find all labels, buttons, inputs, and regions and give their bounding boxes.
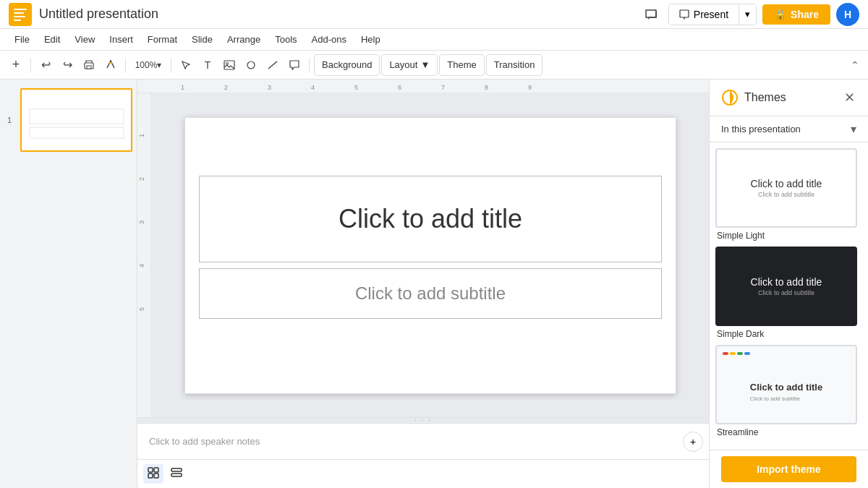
toolbar: + ↩ ↪ 100%▾ T Background Layout ▼ Theme … (0, 51, 868, 80)
svg-text:5: 5 (354, 84, 358, 91)
toolbar-sep-1 (30, 58, 31, 72)
menu-file[interactable]: File (9, 31, 35, 48)
layout-arrow: ▼ (420, 59, 430, 70)
present-button[interactable]: Present (668, 4, 739, 25)
menu-tools[interactable]: Tools (269, 31, 302, 48)
canvas-area: 12 34 56 78 9 1 2 3 4 (137, 80, 709, 488)
menu-addons[interactable]: Add-ons (306, 31, 352, 48)
theme-simple-light-title: Click to add title (751, 178, 822, 189)
menu-bar: File Edit View Insert Format Slide Arran… (0, 29, 868, 51)
layout-button[interactable]: Layout ▼ (381, 54, 438, 76)
zoom-button[interactable]: 100%▾ (130, 53, 166, 77)
svg-text:2: 2 (224, 84, 228, 91)
toolbar-right: ⌃ (848, 56, 862, 74)
notes-expand-button[interactable]: + (683, 432, 703, 452)
streamline-dot-yellow (730, 352, 736, 355)
menu-arrange[interactable]: Arrange (221, 31, 266, 48)
menu-help[interactable]: Help (355, 31, 386, 48)
svg-rect-36 (148, 474, 153, 478)
subtitle-placeholder[interactable]: Click to add subtitle (199, 268, 662, 319)
svg-text:9: 9 (528, 84, 532, 91)
import-theme-button[interactable]: Import theme (721, 456, 856, 482)
new-slide-button[interactable]: + (6, 53, 26, 77)
svg-text:3: 3 (268, 84, 271, 91)
list-view-button[interactable] (166, 464, 187, 484)
svg-rect-2 (14, 12, 24, 14)
present-dropdown-button[interactable]: ▾ (739, 4, 757, 25)
undo-button[interactable]: ↩ (35, 53, 56, 77)
collapse-toolbar-button[interactable]: ⌃ (848, 56, 862, 74)
svg-rect-1 (14, 9, 27, 10)
svg-rect-34 (148, 468, 153, 472)
svg-text:7: 7 (441, 84, 445, 91)
share-button[interactable]: 🔒 Share (762, 4, 830, 25)
svg-text:1: 1 (181, 84, 184, 91)
print-button[interactable] (79, 53, 99, 77)
menu-view[interactable]: View (69, 31, 101, 48)
slide-panel: 1 (0, 80, 137, 488)
svg-text:8: 8 (485, 84, 488, 91)
svg-rect-7 (87, 66, 91, 69)
paint-format-button[interactable] (101, 53, 121, 77)
document-title[interactable]: Untitled presentation (39, 7, 639, 22)
transition-button[interactable]: Transition (486, 54, 543, 76)
theme-simple-dark-subtitle: Click to add subtitle (751, 289, 822, 296)
svg-line-12 (268, 61, 277, 69)
slide-thumbnail-1[interactable]: 1 (20, 88, 131, 152)
svg-text:2: 2 (138, 177, 145, 181)
theme-thumb-simple-dark: Click to add title Click to add subtitle (715, 247, 857, 326)
ruler-left: 1 2 3 4 5 (137, 94, 152, 417)
theme-simple-light-name: Simple Light (715, 231, 862, 241)
svg-text:3: 3 (138, 221, 145, 224)
svg-rect-3 (14, 16, 25, 17)
themes-footer: Import theme (710, 450, 868, 488)
grid-view-button[interactable] (143, 464, 163, 484)
redo-button[interactable]: ↪ (57, 53, 77, 77)
comments-button[interactable] (639, 3, 663, 26)
menu-slide[interactable]: Slide (186, 31, 218, 48)
title-placeholder[interactable]: Click to add title (199, 176, 662, 262)
image-tool[interactable] (219, 53, 239, 77)
theme-item-simple-light[interactable]: Click to add title Click to add subtitle… (715, 148, 862, 241)
menu-format[interactable]: Format (142, 31, 183, 48)
themes-close-button[interactable]: ✕ (843, 88, 856, 107)
themes-icon (721, 89, 739, 106)
speaker-notes[interactable]: Click to add speaker notes + (137, 423, 709, 459)
theme-simple-dark-name: Simple Dark (715, 329, 862, 339)
themes-filter-label: In this presentation (721, 124, 851, 134)
user-avatar[interactable]: H (836, 3, 859, 26)
toolbar-sep-2 (125, 58, 126, 72)
resize-handle[interactable]: · · · (137, 417, 709, 423)
theme-streamline-name: Streamline (715, 427, 862, 437)
comment-tool[interactable] (284, 53, 305, 77)
theme-item-simple-dark[interactable]: Click to add title Click to add subtitle… (715, 247, 862, 339)
streamline-dot-green (737, 352, 743, 355)
svg-rect-38 (171, 468, 182, 471)
svg-point-10 (226, 62, 229, 64)
line-tool[interactable] (263, 53, 283, 77)
svg-rect-4 (14, 20, 21, 21)
title-bar: Untitled presentation Present ▾ 🔒 Share … (0, 0, 868, 29)
main-area: 1 12 34 56 78 9 (0, 80, 868, 488)
slide-number: 1 (7, 116, 12, 124)
themes-title: Themes (744, 91, 843, 104)
svg-rect-13 (26, 91, 127, 149)
menu-insert[interactable]: Insert (103, 31, 139, 48)
svg-rect-39 (171, 474, 182, 476)
svg-rect-5 (680, 10, 689, 17)
slide-area-wrapper: 1 2 3 4 5 Click to add title Click to ad… (137, 94, 709, 417)
theme-streamline-subtitle: Click to add subtitle (750, 395, 822, 402)
theme-simple-dark-title: Click to add title (751, 276, 822, 288)
text-tool[interactable]: T (197, 53, 218, 77)
background-button[interactable]: Background (314, 54, 380, 76)
theme-button[interactable]: Theme (439, 54, 484, 76)
themes-filter[interactable]: In this presentation ▾ (710, 116, 868, 142)
svg-rect-8 (109, 62, 112, 64)
theme-item-streamline[interactable]: Click to add title Click to add subtitle… (715, 345, 862, 437)
menu-edit[interactable]: Edit (38, 31, 66, 48)
svg-text:4: 4 (138, 264, 145, 267)
shapes-tool[interactable] (241, 53, 261, 77)
streamline-dot-blue (744, 352, 750, 355)
cursor-tool[interactable] (176, 53, 196, 77)
theme-thumb-simple-light: Click to add title Click to add subtitle (715, 148, 857, 228)
